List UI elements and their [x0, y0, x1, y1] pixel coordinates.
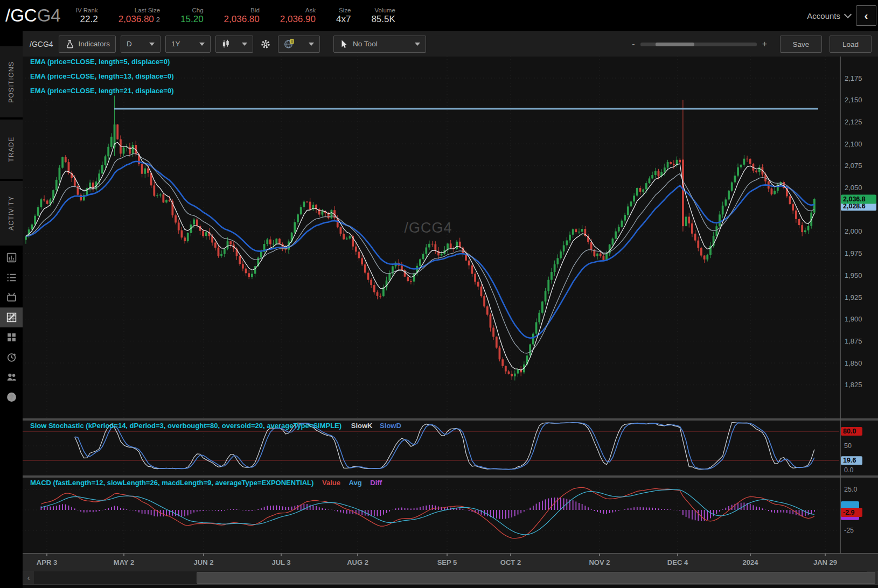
svg-text:2,075: 2,075 [845, 162, 862, 170]
svg-text:MAY 2: MAY 2 [114, 558, 134, 566]
svg-text:2,100: 2,100 [845, 140, 862, 148]
field-size: Size 4x7 [336, 7, 351, 25]
chevron-down-icon [844, 11, 852, 18]
chevron-down-icon [415, 43, 420, 46]
comparison-dropdown[interactable] [278, 36, 320, 53]
field-bid: Bid 2,036.80 [224, 7, 260, 25]
drawing-tool-dropdown[interactable]: No Tool [333, 36, 426, 53]
scroll-left-button[interactable]: ‹ [23, 571, 34, 584]
svg-text:AUG 2: AUG 2 [347, 558, 368, 566]
svg-text:2,050: 2,050 [845, 184, 862, 192]
zoom-out-button[interactable]: - [632, 39, 635, 49]
chart-icon[interactable] [0, 307, 23, 327]
stochastic-study-label: Slow Stochastic (kPeriod=14, dPeriod=3, … [30, 422, 342, 430]
svg-text:1,875: 1,875 [845, 337, 862, 345]
macd-avg-label: Avg [349, 479, 362, 487]
accounts-dropdown[interactable]: Accounts [807, 11, 851, 20]
symbol-month: G4 [37, 5, 61, 25]
svg-text:0.0: 0.0 [844, 466, 853, 474]
people-icon[interactable] [0, 367, 23, 387]
left-sidebar: POSITIONS TRADE ACTIVITY ? [0, 31, 23, 588]
candlestick-icon [221, 39, 231, 48]
svg-text:-2.9: -2.9 [843, 509, 855, 516]
svg-text:/GCG4: /GCG4 [404, 220, 452, 236]
macd-value-label: Value [322, 479, 340, 487]
slowk-plot-label: SlowK [351, 422, 373, 430]
symbol-title: /GCG4 [5, 5, 61, 26]
svg-text:1,825: 1,825 [845, 381, 862, 389]
macd-label-row: MACD (fastLength=12, slowLength=26, macd… [30, 479, 382, 487]
chevron-down-icon [309, 43, 314, 46]
svg-text:2024: 2024 [743, 558, 759, 566]
zoom-slider[interactable] [640, 43, 757, 46]
range-dropdown[interactable]: 1Y [165, 36, 211, 53]
quote-header: /GCG4 IV Rank 22.2 Last Size 2,036.802 C… [0, 0, 878, 31]
field-volume: Volume 85.5K [371, 7, 395, 25]
watchlist-icon[interactable] [0, 268, 23, 288]
svg-text:2,150: 2,150 [845, 96, 862, 104]
svg-text:1,975: 1,975 [845, 249, 862, 257]
macd-study-label: MACD (fastLength=12, slowLength=26, macd… [30, 479, 313, 487]
svg-text:1,850: 1,850 [845, 359, 862, 367]
field-last-size: Last Size 2,036.802 [119, 7, 160, 25]
collapse-panel-button[interactable]: ‹ [856, 5, 876, 26]
svg-text:80.0: 80.0 [843, 428, 856, 435]
svg-text:2,036.8: 2,036.8 [843, 195, 866, 203]
study-label-ema5: EMA (price=CLOSE, length=5, displace=0) [30, 58, 170, 66]
sidebar-tabs: POSITIONS TRADE ACTIVITY [0, 46, 23, 246]
svg-text:50: 50 [844, 442, 852, 450]
tv-icon[interactable] [0, 288, 23, 307]
accounts-label: Accounts [807, 11, 840, 20]
load-button[interactable]: Load [830, 36, 872, 53]
symbol-root: /GC [5, 5, 37, 25]
indicators-button[interactable]: Indicators [59, 36, 116, 53]
slowd-plot-label: SlowD [380, 422, 401, 430]
svg-text:25.0: 25.0 [844, 486, 857, 493]
study-label-ema21: EMA (price=CLOSE, length=21, displace=0) [30, 87, 173, 95]
save-button[interactable]: Save [780, 36, 822, 53]
svg-text:JAN 29: JAN 29 [813, 558, 837, 566]
svg-text:JUN 2: JUN 2 [194, 558, 214, 566]
svg-text:OCT 2: OCT 2 [500, 558, 521, 566]
svg-text:19.6: 19.6 [843, 457, 856, 464]
sidebar-tab-positions[interactable]: POSITIONS [0, 46, 23, 117]
field-ask: Ask 2,036.90 [280, 7, 316, 25]
svg-text:-25: -25 [844, 527, 854, 534]
svg-text:2,175: 2,175 [845, 74, 862, 82]
toolbar-right: - + Save Load [626, 36, 872, 53]
svg-text:?: ? [9, 394, 13, 401]
study-label-ema13: EMA (price=CLOSE, length=13, displace=0) [30, 72, 173, 80]
gear-icon [260, 39, 271, 50]
chevron-left-icon: ‹ [865, 9, 868, 22]
cursor-icon [339, 39, 348, 48]
history-icon[interactable] [0, 347, 23, 367]
sidebar-tab-activity[interactable]: ACTIVITY [0, 181, 23, 246]
help-icon[interactable]: ? [0, 387, 23, 407]
chevron-down-icon [149, 43, 155, 46]
chevron-down-icon [199, 43, 205, 46]
scrollbar-thumb[interactable] [197, 572, 875, 584]
zoom-slider-thumb[interactable] [656, 43, 694, 46]
chart-symbol-label: /GCG4 [30, 40, 53, 48]
indicators-flask-icon [65, 39, 74, 49]
zoom-in-button[interactable]: + [762, 39, 767, 49]
stochastic-label-row: Slow Stochastic (kPeriod=14, dPeriod=3, … [30, 422, 401, 430]
chart-canvas[interactable]: /GCG42,1752,1502,1252,1002,0752,0502,000… [23, 57, 878, 571]
trading-platform: /GCG4 IV Rank 22.2 Last Size 2,036.802 C… [0, 0, 878, 588]
timeframe-dropdown[interactable]: D [121, 36, 161, 53]
field-chg: Chg 15.20 [180, 7, 204, 25]
chart-type-dropdown[interactable] [215, 36, 253, 53]
chart-hscrollbar: ‹ › [23, 571, 878, 585]
field-iv-rank: IV Rank 22.2 [76, 7, 98, 25]
report-icon[interactable] [0, 248, 23, 268]
svg-text:2,125: 2,125 [845, 118, 862, 126]
svg-text:2,000: 2,000 [845, 227, 862, 235]
scrollbar-track[interactable] [34, 571, 867, 584]
svg-text:SEP 5: SEP 5 [437, 558, 457, 566]
macd-diff-label: Diff [370, 479, 382, 487]
svg-text:1,950: 1,950 [845, 271, 862, 279]
grid-icon[interactable] [0, 327, 23, 347]
sidebar-tab-trade[interactable]: TRADE [0, 120, 23, 179]
svg-text:1,925: 1,925 [845, 293, 862, 302]
chart-settings-button[interactable] [258, 36, 273, 52]
